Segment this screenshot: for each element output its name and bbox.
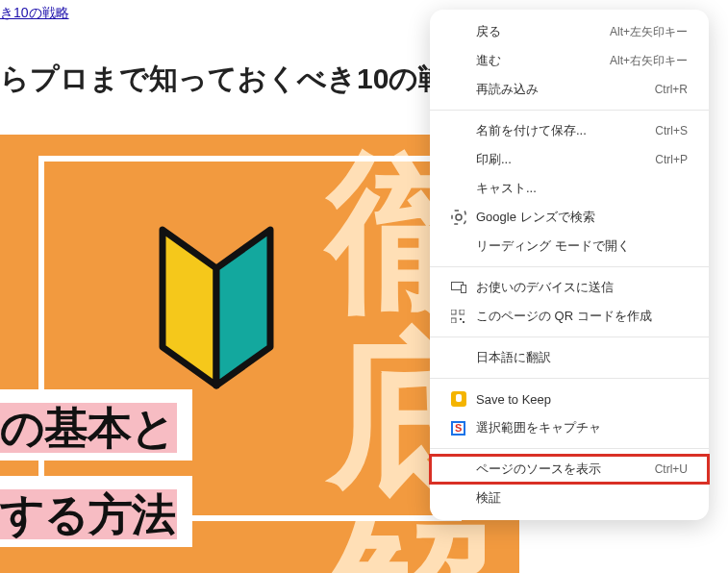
menu-separator — [430, 266, 709, 267]
menu-item-shortcut: Ctrl+S — [655, 124, 688, 137]
menu-item-back[interactable]: 戻る Alt+左矢印キー — [430, 17, 709, 46]
menu-item-label: お使いのデバイスに送信 — [476, 279, 688, 296]
menu-item-google-lens[interactable]: Google レンズで検索 — [430, 203, 709, 232]
menu-item-save-to-keep[interactable]: Save to Keep — [430, 385, 709, 413]
menu-separator — [430, 448, 709, 449]
menu-separator — [430, 336, 709, 337]
qr-code-icon — [451, 310, 476, 323]
menu-item-create-qr[interactable]: このページの QR コードを作成 — [430, 302, 709, 331]
svg-point-1 — [456, 214, 462, 220]
svg-rect-0 — [452, 211, 465, 224]
menu-item-label: ページのソースを表示 — [476, 461, 655, 478]
menu-separator — [430, 378, 709, 379]
menu-item-send-to-device[interactable]: お使いのデバイスに送信 — [430, 273, 709, 302]
menu-item-reading-mode[interactable]: リーディング モードで開く — [430, 232, 709, 261]
context-menu: 戻る Alt+左矢印キー 進む Alt+右矢印キー 再読み込み Ctrl+R 名… — [430, 10, 709, 520]
menu-separator — [430, 110, 709, 111]
google-keep-icon — [451, 391, 466, 407]
menu-item-label: 検証 — [476, 489, 688, 507]
breadcrumb-link[interactable]: き10の戦略 — [0, 5, 69, 22]
capture-icon — [451, 421, 465, 436]
menu-item-label: 日本語に翻訳 — [476, 349, 688, 366]
svg-rect-3 — [462, 286, 466, 293]
menu-item-label: 選択範囲をキャプチャ — [476, 419, 688, 436]
page-background: き10の戦略 らプロまで知っておくべき10の戦 徹 底 解 の基本と する方法 … — [0, 0, 728, 573]
google-lens-icon — [451, 210, 476, 225]
menu-item-shortcut: Ctrl+P — [655, 153, 688, 166]
menu-item-shortcut: Alt+右矢印キー — [610, 53, 688, 69]
menu-item-view-source[interactable]: ページのソースを表示 Ctrl+U — [430, 455, 709, 484]
svg-rect-5 — [460, 310, 464, 314]
hero-text-band-1: の基本と — [0, 389, 192, 461]
page-title: らプロまで知っておくべき10の戦 — [0, 60, 447, 99]
svg-rect-7 — [460, 318, 462, 320]
menu-item-label: 再読み込み — [476, 81, 655, 98]
menu-item-shortcut: Alt+左矢印キー — [610, 24, 688, 40]
menu-item-capture-selection[interactable]: 選択範囲をキャプチャ — [430, 413, 709, 442]
menu-item-label: Save to Keep — [476, 392, 688, 407]
menu-item-forward[interactable]: 進む Alt+右矢印キー — [430, 46, 709, 75]
menu-item-label: キャスト... — [476, 180, 688, 197]
svg-rect-8 — [463, 321, 464, 323]
menu-item-label: 名前を付けて保存... — [476, 122, 655, 139]
svg-rect-4 — [451, 310, 456, 314]
menu-item-reload[interactable]: 再読み込み Ctrl+R — [430, 75, 709, 104]
menu-item-print[interactable]: 印刷... Ctrl+P — [430, 145, 709, 174]
menu-item-label: 印刷... — [476, 151, 655, 168]
menu-item-shortcut: Ctrl+U — [655, 462, 688, 476]
menu-item-label: リーディング モードで開く — [476, 237, 688, 255]
menu-item-translate[interactable]: 日本語に翻訳 — [430, 343, 709, 372]
menu-item-label: 戻る — [476, 23, 610, 40]
svg-rect-6 — [451, 318, 456, 323]
menu-item-cast[interactable]: キャスト... — [430, 174, 709, 203]
hero-text-band-2: する方法 — [0, 476, 192, 547]
menu-item-inspect[interactable]: 検証 — [430, 484, 709, 512]
menu-item-label: このページの QR コードを作成 — [476, 308, 688, 325]
menu-item-label: Google レンズで検索 — [476, 209, 688, 226]
menu-item-shortcut: Ctrl+R — [655, 83, 688, 96]
menu-item-save-as[interactable]: 名前を付けて保存... Ctrl+S — [430, 116, 709, 145]
devices-icon — [451, 282, 476, 293]
beginner-mark-icon — [159, 226, 274, 389]
menu-item-label: 進む — [476, 52, 610, 69]
